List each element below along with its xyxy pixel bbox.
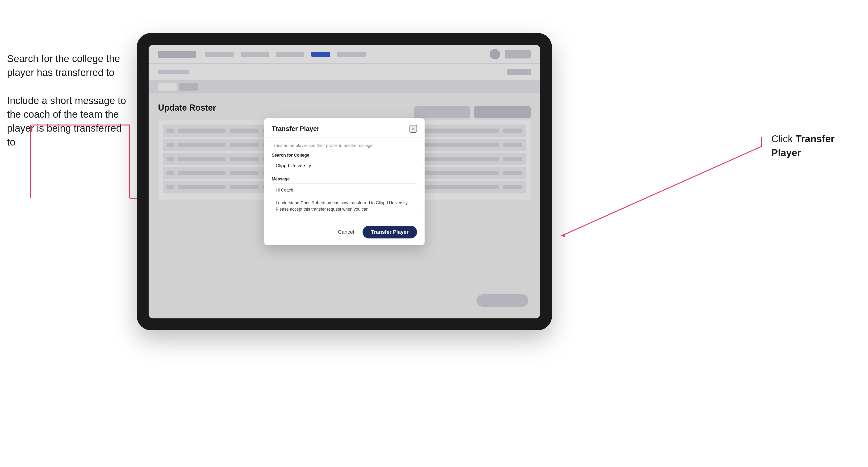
transfer-player-modal: Transfer Player × Transfer the player an… [264, 118, 425, 245]
transfer-player-button[interactable]: Transfer Player [363, 226, 417, 239]
annotation-right: Click Transfer Player [771, 132, 861, 160]
svg-marker-6 [561, 234, 565, 237]
modal-close-button[interactable]: × [409, 125, 417, 132]
modal-body: Transfer the player and their profile to… [264, 137, 425, 221]
tablet-frame: Update Roster [137, 33, 552, 330]
annotation-left: Search for the college the player has tr… [7, 52, 130, 163]
search-college-label: Search for College [272, 153, 417, 158]
message-textarea[interactable]: Hi Coach, I understand Chris Robertson h… [272, 184, 417, 214]
modal-overlay: Transfer Player × Transfer the player an… [149, 45, 540, 318]
annotation-text-right: Click Transfer Player [771, 132, 861, 160]
svg-line-5 [561, 146, 762, 236]
modal-footer: Cancel Transfer Player [264, 221, 425, 245]
modal-title: Transfer Player [272, 125, 319, 132]
modal-description: Transfer the player and their profile to… [272, 143, 417, 148]
modal-header: Transfer Player × [264, 118, 425, 137]
search-college-input[interactable] [272, 160, 417, 172]
cancel-button[interactable]: Cancel [333, 227, 359, 238]
message-label: Message [272, 177, 417, 182]
annotation-text-2: Include a short message to the coach of … [7, 94, 130, 149]
annotation-text-1: Search for the college the player has tr… [7, 52, 130, 80]
tablet-screen: Update Roster [149, 45, 540, 318]
